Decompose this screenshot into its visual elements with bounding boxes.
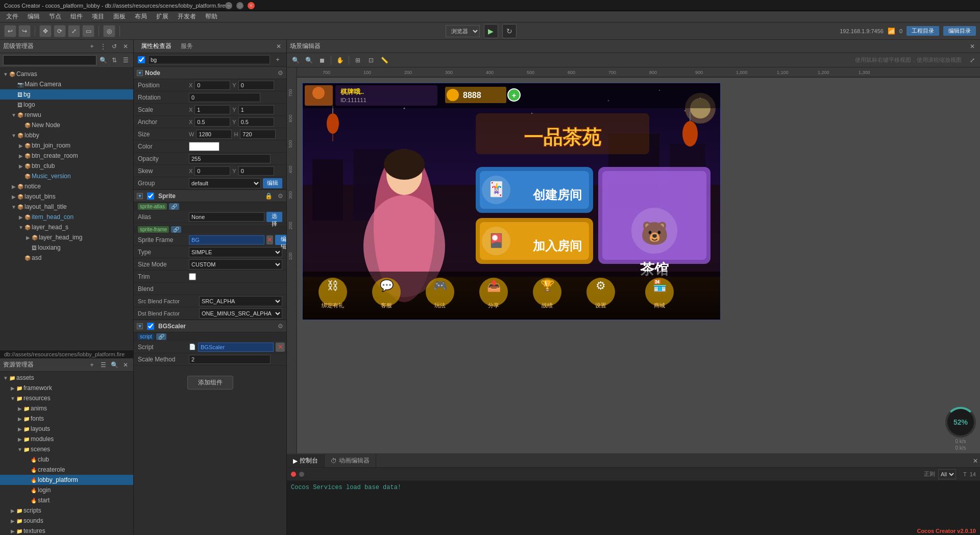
tree-item-lobby[interactable]: ▼ 📦 lobby — [0, 130, 133, 140]
scale-x-input[interactable] — [194, 105, 230, 114]
type-select[interactable]: SIMPLE — [189, 247, 282, 257]
menu-developer[interactable]: 开发者 — [174, 11, 200, 22]
asset-item-lobby-platform[interactable]: 🔥 lobby_platform — [0, 475, 133, 485]
asset-close[interactable]: ✕ — [121, 360, 130, 370]
menu-edit[interactable]: 编辑 — [23, 11, 44, 22]
menu-component[interactable]: 组件 — [66, 11, 87, 22]
scene-zoom-out[interactable]: 🔍 — [303, 55, 314, 66]
properties-tab[interactable]: 属性检查器 — [137, 41, 176, 52]
skew-x-input[interactable] — [194, 166, 230, 176]
tree-item-new-node[interactable]: 📦 New Node — [0, 120, 133, 130]
node-section-toggle[interactable]: ▼ — [137, 70, 143, 76]
asset-item-framework[interactable]: ▶ 📁 framework — [0, 383, 133, 393]
window-controls[interactable]: ─ □ ✕ — [225, 2, 255, 9]
scene-snap[interactable]: ⊡ — [365, 55, 377, 66]
tree-item-layer-head-img[interactable]: ▶ 📦 layer_head_img — [0, 232, 133, 242]
sprite-section-gear[interactable]: ⚙ — [278, 192, 283, 200]
tree-item-renwu[interactable]: ▼ 📦 renwu — [0, 110, 133, 120]
asset-item-createrole[interactable]: 🔥 createrole — [0, 465, 133, 475]
menu-file[interactable]: 文件 — [2, 11, 22, 22]
asset-search-icon[interactable]: 🔍 — [110, 360, 119, 370]
scene-zoom-in[interactable]: 🔍 — [290, 55, 301, 66]
tree-item-asd[interactable]: 📦 asd — [0, 253, 133, 263]
hierarchy-options[interactable]: ⋮ — [99, 42, 108, 51]
asset-item-textures[interactable]: ▶ 📁 textures — [0, 526, 133, 535]
console-tab[interactable]: ▶ 控制台 — [287, 454, 325, 467]
service-tab[interactable]: 服务 — [177, 41, 197, 52]
scene-ruler-toggle[interactable]: 📏 — [379, 55, 390, 66]
asset-item-scripts[interactable]: ▶ 📁 scripts — [0, 505, 133, 516]
node-settings-icon[interactable]: + — [273, 55, 282, 64]
asset-item-login[interactable]: 🔥 login — [0, 485, 133, 495]
tree-item-btn-club[interactable]: ▶ 📦 btn_club — [0, 161, 133, 171]
tool-move[interactable]: ✥ — [39, 25, 52, 37]
tree-item-btn-join[interactable]: ▶ 📦 btn_join_room — [0, 140, 133, 151]
script-input[interactable] — [198, 343, 274, 352]
scene-hand[interactable]: ✋ — [334, 55, 346, 66]
sprite-section-toggle[interactable]: ▼ — [137, 193, 143, 199]
sort-icon[interactable]: ⇅ — [110, 56, 119, 65]
tree-item-louxiang[interactable]: 🖼 louxiang — [0, 242, 133, 253]
menu-panel[interactable]: 面板 — [109, 11, 130, 22]
bgscaler-section-toggle[interactable]: ▼ — [137, 323, 143, 329]
menu-layout[interactable]: 布局 — [131, 11, 151, 22]
editor-dir-button[interactable]: 编辑目录 — [943, 26, 976, 36]
add-component-button[interactable]: 添加组件 — [187, 376, 233, 390]
node-section-gear[interactable]: ⚙ — [278, 69, 283, 77]
browser-selector[interactable]: 浏览器 — [446, 25, 480, 37]
hierarchy-close[interactable]: ✕ — [121, 42, 130, 51]
trim-checkbox[interactable] — [189, 273, 196, 280]
log-level-select[interactable]: All — [938, 469, 956, 479]
scene-view[interactable]: 700 100 200 300 400 500 600 700 800 900 … — [287, 67, 980, 453]
group-edit-button[interactable]: 编辑 — [263, 178, 282, 188]
maximize-button[interactable]: □ — [236, 2, 243, 9]
size-mode-select[interactable]: CUSTOM — [189, 259, 282, 270]
sprite-frame-link[interactable]: 🔗 — [171, 226, 181, 233]
bgscaler-enabled-checkbox[interactable] — [147, 323, 154, 330]
search-icon[interactable]: 🔍 — [99, 56, 108, 65]
asset-add-button[interactable]: + — [87, 360, 96, 370]
anchor-x-input[interactable] — [194, 117, 230, 127]
script-clear[interactable]: ✕ — [276, 343, 285, 352]
bgscaler-section-gear[interactable]: ⚙ — [278, 323, 283, 330]
console-clear-red[interactable] — [291, 472, 296, 477]
tree-item-bg[interactable]: 🖼 bg — [0, 89, 133, 100]
sprite-enabled-checkbox[interactable] — [147, 192, 154, 200]
timeline-close[interactable]: ✕ — [971, 456, 980, 466]
asset-item-scenes[interactable]: ▼ 📁 scenes — [0, 444, 133, 454]
hierarchy-add-button[interactable]: + — [87, 42, 96, 51]
position-x-input[interactable] — [194, 81, 230, 90]
menu-project[interactable]: 项目 — [88, 11, 108, 22]
asset-item-modules[interactable]: ▶ 📁 modules — [0, 434, 133, 444]
asset-item-anims[interactable]: ▶ 📁 anims — [0, 403, 133, 414]
tree-item-layout-hall[interactable]: ▼ 📦 layout_hall_title — [0, 202, 133, 212]
sprite-frame-input[interactable] — [189, 235, 264, 245]
rotation-input[interactable] — [189, 93, 260, 102]
asset-item-start[interactable]: 🔥 start — [0, 495, 133, 505]
scene-full[interactable]: ⤢ — [968, 56, 977, 65]
sprite-frame-clear[interactable]: ✕ — [266, 235, 273, 245]
tree-item-item-head-con[interactable]: ▶ 📦 item_head_con — [0, 212, 133, 222]
color-picker[interactable] — [189, 142, 219, 151]
filter-icon[interactable]: ☰ — [121, 56, 130, 65]
undo-button[interactable]: ↩ — [4, 25, 16, 37]
src-blend-select[interactable]: SRC_ALPHA — [199, 296, 282, 306]
size-w-input[interactable] — [196, 130, 232, 139]
menu-help[interactable]: 帮助 — [201, 11, 222, 22]
asset-item-sounds[interactable]: ▶ 📁 sounds — [0, 516, 133, 526]
node-enabled-checkbox[interactable] — [138, 56, 145, 63]
tree-item-layout-bins[interactable]: ▶ 📦 layout_bins — [0, 191, 133, 202]
tree-item-canvas[interactable]: ▼ 📦 Canvas — [0, 69, 133, 79]
node-name-input[interactable] — [148, 55, 270, 64]
hierarchy-search-input[interactable] — [3, 55, 96, 65]
size-h-input[interactable] — [240, 130, 276, 139]
refresh-button[interactable]: ↻ — [502, 24, 517, 38]
scale-y-input[interactable] — [238, 105, 274, 114]
scene-grid[interactable]: ⊞ — [352, 55, 363, 66]
anchor-y-input[interactable] — [238, 117, 274, 127]
tree-item-logo[interactable]: 🖼 logo — [0, 100, 133, 110]
scale-method-input[interactable] — [189, 355, 271, 364]
minimize-button[interactable]: ─ — [225, 2, 232, 9]
asset-item-club[interactable]: 🔥 club — [0, 454, 133, 465]
tree-item-btn-create[interactable]: ▶ 📦 btn_create_room — [0, 151, 133, 161]
